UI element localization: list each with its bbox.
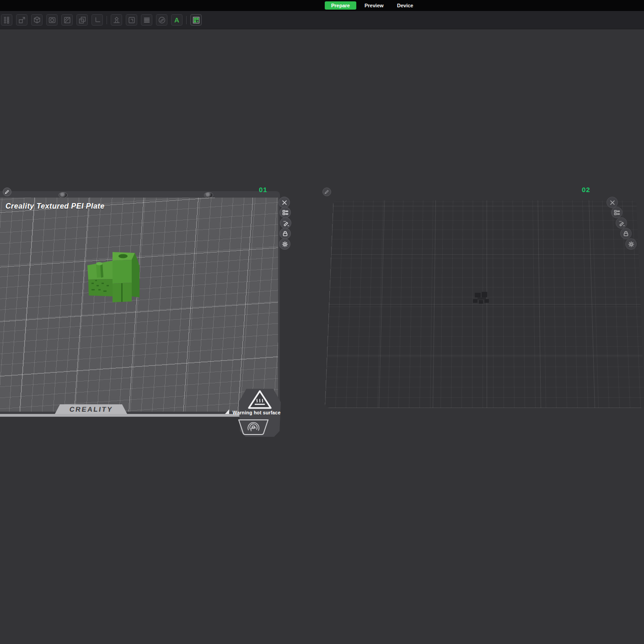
rotate-icon[interactable] [31, 14, 43, 26]
toolbar: A [0, 11, 644, 29]
plate2-lock-button[interactable] [620, 228, 632, 239]
clone-icon[interactable] [76, 14, 88, 26]
tab-prepare[interactable]: Prepare [325, 1, 356, 10]
align-icon[interactable] [91, 14, 103, 26]
move-icon[interactable] [1, 14, 12, 26]
layers-icon[interactable] [141, 14, 152, 26]
plate2-edit-button[interactable] [322, 188, 331, 196]
mirror-icon[interactable] [46, 14, 58, 26]
plate1-title: Creality Textured PEI Plate [5, 202, 105, 210]
plate1-number: 01 [259, 186, 268, 193]
plate1-settings-button[interactable] [279, 238, 290, 250]
plate2-object-list-button[interactable] [611, 207, 623, 218]
plate1-auto-arrange-button[interactable] [280, 217, 291, 229]
text-icon[interactable]: A [171, 14, 182, 26]
top-bar: Prepare Preview Device [0, 0, 644, 11]
toolbar-divider [107, 16, 107, 24]
plate2-settings-button[interactable] [625, 238, 637, 250]
scale-icon[interactable] [16, 14, 27, 26]
lay-flat-icon[interactable] [61, 14, 73, 26]
paint-icon[interactable] [156, 14, 167, 26]
support-icon[interactable] [111, 14, 122, 26]
model-info-icon[interactable] [126, 14, 137, 26]
tab-device[interactable]: Device [391, 1, 419, 10]
creality-logo-tab: CREALITY [55, 404, 127, 414]
split-plate-icon[interactable] [190, 14, 202, 26]
creality-logo: CREALITY [69, 405, 113, 413]
build-plate-1[interactable]: Creality Textured PEI Plate CREALITY War… [0, 191, 280, 420]
model-object[interactable] [84, 247, 145, 307]
hot-surface-warning-icon [247, 390, 273, 410]
ghost-model-object[interactable] [472, 292, 493, 307]
toolbar-divider [186, 16, 187, 24]
plate2-auto-arrange-button[interactable] [616, 217, 627, 229]
tab-preview[interactable]: Preview [358, 1, 390, 10]
warning-text: Warning hot surface [227, 410, 286, 415]
fingerprint-icon [236, 418, 271, 436]
plate1-object-list-button[interactable] [279, 207, 291, 218]
plate2-number: 02 [582, 186, 590, 193]
plate1-lock-button[interactable] [279, 228, 291, 239]
plate1-edit-button[interactable] [3, 188, 11, 196]
